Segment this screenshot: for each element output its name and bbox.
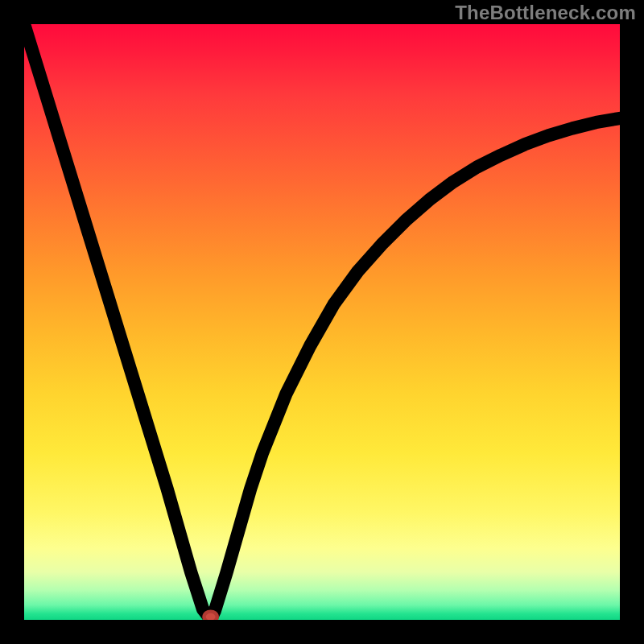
min-dot	[204, 612, 217, 620]
figure-root: TheBottleneck.com	[0, 0, 644, 644]
plot-area	[24, 24, 620, 620]
bottleneck-curve	[24, 24, 620, 617]
watermark-text: TheBottleneck.com	[455, 2, 636, 24]
curve-svg	[24, 24, 620, 620]
